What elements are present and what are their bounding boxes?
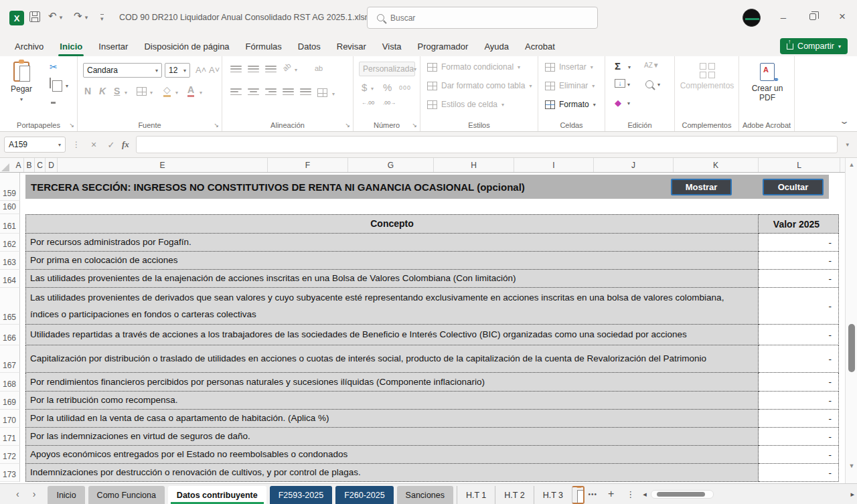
cut-icon[interactable]: ✂ [50, 62, 58, 72]
clear-caret-icon[interactable]: ▾ [627, 100, 630, 106]
value-cell[interactable]: - [759, 446, 839, 464]
fill-color-caret-icon[interactable]: ▾ [175, 90, 178, 96]
font-color-caret-icon[interactable]: ▾ [200, 90, 202, 96]
decrease-decimal-icon[interactable]: .00→ [383, 100, 396, 106]
customize-qat-icon[interactable]: ▾ [100, 14, 104, 22]
header-concepto[interactable]: Concepto [25, 214, 759, 234]
create-pdf-button[interactable]: Crear un PDF [749, 63, 786, 102]
paste-button[interactable]: Pegar ▾ [11, 62, 32, 102]
collapse-ribbon-icon[interactable]: ⌄ [839, 116, 850, 126]
align-left-icon[interactable] [230, 88, 242, 95]
comma-style-icon[interactable]: 000 [399, 84, 411, 91]
search-input[interactable]: Buscar [367, 7, 598, 29]
tab-datos[interactable]: Datos [290, 38, 329, 55]
font-dialog-launcher-icon[interactable]: ↘ [214, 122, 219, 129]
row-header[interactable]: 167 [0, 345, 20, 373]
scroll-up-icon[interactable]: ▲ [846, 159, 857, 170]
horizontal-scrollbar[interactable] [651, 490, 714, 499]
vertical-scrollbar[interactable]: ▲ ▼ [845, 158, 857, 483]
value-cell[interactable]: - [759, 392, 839, 410]
col-I[interactable]: I [514, 158, 594, 172]
percent-icon[interactable]: % [383, 82, 392, 93]
value-cell[interactable]: - [759, 345, 839, 373]
col-E[interactable]: E [58, 158, 268, 172]
increase-indent-icon[interactable] [300, 88, 311, 95]
sheet-tab-f260-2025[interactable]: F260-2025 [335, 486, 393, 504]
concept-cell[interactable]: Por recursos administrados por Fogafín. [25, 234, 759, 252]
merge-center-icon[interactable] [317, 88, 327, 97]
redo-button[interactable]: ↷ ▾ [74, 10, 88, 22]
increase-decimal-icon[interactable]: ←.00 [362, 100, 374, 106]
tab-vista[interactable]: Vista [374, 38, 410, 55]
row-header[interactable]: 165 [0, 288, 20, 325]
align-bottom-icon[interactable] [265, 66, 277, 72]
italic-button[interactable]: K [99, 86, 106, 96]
shrink-font-icon[interactable]: A˅ [209, 65, 220, 75]
format-cells-button[interactable]: Formato▾ [545, 96, 596, 112]
tab-disposicion[interactable]: Disposición de página [136, 38, 237, 55]
concept-cell[interactable]: Por prima en colocación de acciones [25, 252, 759, 270]
undo-button[interactable]: ↶ ▾ [48, 10, 62, 22]
col-G[interactable]: G [348, 158, 434, 172]
col-H[interactable]: H [434, 158, 514, 172]
tab-ayuda[interactable]: Ayuda [476, 38, 517, 55]
concept-cell[interactable]: Por rendimientos financieros percibidos … [25, 373, 759, 392]
value-cell[interactable]: - [759, 270, 839, 288]
currency-icon[interactable]: $ [362, 82, 367, 93]
empty-row[interactable] [20, 201, 845, 214]
concept-cell[interactable]: Apoyos económicos entregados por el Esta… [25, 446, 759, 464]
value-cell[interactable]: - [759, 252, 839, 270]
fill-icon[interactable]: ↓ [615, 79, 625, 88]
mostrar-button[interactable]: Mostrar [671, 179, 732, 195]
grow-font-icon[interactable]: A˄ [196, 65, 206, 75]
font-color-icon[interactable]: A [187, 84, 194, 97]
col-B[interactable]: B [24, 158, 35, 172]
currency-caret-icon[interactable]: ▾ [371, 86, 374, 92]
formula-bar-expand-icon[interactable]: ▾ [842, 141, 853, 148]
sheet-tab-sanciones[interactable]: Sanciones [397, 486, 453, 504]
row-header[interactable]: 159 [0, 173, 20, 201]
col-J[interactable]: J [594, 158, 674, 172]
avatar[interactable] [743, 9, 761, 27]
row-header[interactable]: 168 [0, 373, 20, 392]
header-valor[interactable]: Valor 2025 [759, 214, 839, 234]
sheet-nav-right-icon[interactable]: › [26, 489, 43, 499]
sheet-tab-partial[interactable]: H [572, 486, 584, 504]
concept-cell[interactable]: Las utilidades provenientes de derivados… [25, 288, 759, 325]
sheet-options-icon[interactable]: ⋮ [621, 489, 640, 499]
align-center-icon[interactable] [248, 88, 259, 95]
more-sheets-icon[interactable]: ••• [585, 491, 602, 498]
concept-cell[interactable]: Por las indemnizaciones en virtud de seg… [25, 428, 759, 446]
name-box[interactable]: A159▾ [4, 137, 66, 153]
scroll-down-icon[interactable]: ▼ [846, 460, 857, 471]
orientation-caret-icon[interactable]: ▾ [295, 67, 297, 73]
concept-cell[interactable]: Capitalización por distribución o trasla… [25, 345, 759, 373]
formula-input[interactable] [136, 136, 838, 153]
new-sheet-button[interactable]: + [601, 488, 621, 500]
col-C[interactable]: C [35, 158, 46, 172]
align-right-icon[interactable] [265, 88, 277, 95]
value-cell[interactable]: - [759, 288, 839, 325]
concept-cell[interactable]: Indemnizaciones por destrucción o renova… [25, 464, 759, 482]
ocultar-button[interactable]: Ocultar [763, 179, 824, 195]
clipboard-dialog-launcher-icon[interactable]: ↘ [69, 122, 74, 129]
restore-button[interactable] [798, 0, 828, 33]
close-button[interactable]: × [828, 0, 857, 33]
sheet-tab-datos-contribuyente[interactable]: Datos contribuyente [168, 486, 266, 504]
col-A[interactable]: A [13, 158, 24, 172]
col-D[interactable]: D [46, 158, 58, 172]
autosum-icon[interactable]: Σ [615, 60, 621, 72]
autosum-caret-icon[interactable]: ▾ [628, 64, 631, 70]
insert-function-icon[interactable]: fx [122, 139, 129, 150]
borders-caret-icon[interactable]: ▾ [150, 90, 153, 96]
row-header[interactable]: 162 [0, 234, 20, 252]
hscroll-left-icon[interactable]: ◂ [640, 490, 649, 499]
concept-cell[interactable]: Las utilidades provenientes de la enajen… [25, 270, 759, 288]
row-header[interactable]: 170 [0, 410, 20, 428]
align-middle-icon[interactable] [248, 66, 259, 72]
bold-button[interactable]: N [84, 86, 91, 96]
horizontal-scroll-thumb[interactable] [657, 492, 705, 497]
orientation-icon[interactable]: ab [281, 61, 293, 72]
row-header[interactable]: 160 [0, 201, 20, 214]
tab-revisar[interactable]: Revisar [329, 38, 374, 55]
